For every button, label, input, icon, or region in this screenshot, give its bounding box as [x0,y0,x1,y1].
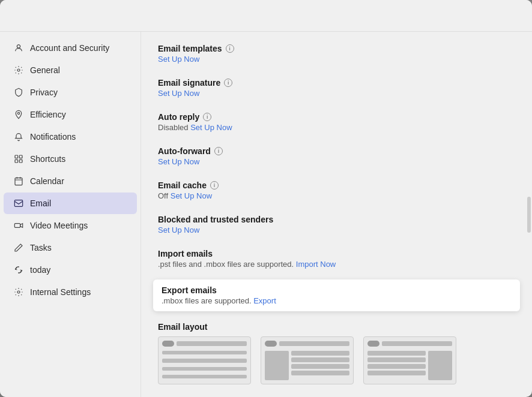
section-email-cache: Email cacheiOff Set Up Now [158,181,515,200]
svg-point-2 [17,112,19,114]
sidebar-item-label: Privacy [30,88,58,97]
pen-icon [13,242,24,253]
svg-point-0 [17,45,20,48]
layout-thumb-2[interactable] [363,336,456,384]
bell-icon [13,131,24,142]
modal-body: Account and SecurityGeneralPrivacyEffici… [0,32,532,397]
sidebar-item-label: General [30,65,60,75]
svg-rect-6 [19,160,22,163]
layout-thumb-0[interactable] [158,336,251,384]
section-blocked-trusted: Blocked and trusted sendersSet Up Now [158,215,515,234]
section-sub: .mbox files are supported. Export [162,296,512,305]
section-email-signature: Email signatureiSet Up Now [158,78,515,98]
section-title: Export emails [162,285,512,295]
section-sub: .pst files and .mbox files are supported… [158,260,515,269]
sidebar-item-tasks[interactable]: Tasks [4,237,137,258]
svg-rect-5 [15,160,18,163]
svg-rect-4 [19,155,22,158]
modal-header [0,0,532,32]
section-title: Email layout [158,322,515,332]
settings-modal: Account and SecurityGeneralPrivacyEffici… [0,0,532,397]
sidebar-item-label: Notifications [30,132,76,142]
sidebar-item-email[interactable]: Email [4,193,137,214]
svg-point-1 [17,69,20,71]
info-icon[interactable]: i [203,113,211,121]
section-sub: Set Up Now [158,157,515,166]
section-title: Email signaturei [158,78,515,88]
section-sub: Disabled Set Up Now [158,123,515,132]
info-icon[interactable]: i [226,44,234,53]
sidebar-item-account-security[interactable]: Account and Security [4,37,137,59]
info-icon[interactable]: i [224,79,232,87]
sidebar-item-efficiency[interactable]: Efficiency [4,104,137,125]
svg-rect-7 [15,178,22,185]
svg-rect-8 [14,200,22,207]
info-icon[interactable]: i [210,181,219,190]
sidebar-item-label: Internal Settings [30,287,91,297]
scrollbar[interactable] [527,197,531,233]
email-templates-link[interactable]: Set Up Now [158,55,199,64]
section-sub: Set Up Now [158,225,515,234]
section-title: Blocked and trusted senders [158,215,515,224]
layout-thumb-1[interactable] [261,336,354,384]
sidebar-item-notifications[interactable]: Notifications [4,126,137,148]
section-sub: Set Up Now [158,89,515,98]
email-cache-link[interactable]: Set Up Now [171,191,212,200]
email-signature-link[interactable]: Set Up Now [158,89,199,98]
loop-icon [13,264,24,275]
sidebar-item-today[interactable]: today [4,259,137,281]
export-emails-link[interactable]: Export [253,296,276,305]
section-auto-reply: Auto replyiDisabled Set Up Now [158,112,515,132]
blocked-trusted-link[interactable]: Set Up Now [158,225,199,234]
section-email-templates: Email templatesiSet Up Now [158,44,515,64]
auto-reply-link[interactable]: Set Up Now [190,123,232,132]
section-import-emails: Import emails.pst files and .mbox files … [158,249,515,269]
email-icon [13,198,24,209]
section-sub: Set Up Now [158,55,515,64]
sidebar-item-label: Account and Security [30,43,109,53]
section-title: Auto replyi [158,112,515,122]
sidebar-item-label: Tasks [30,243,52,252]
sidebar-item-shortcuts[interactable]: Shortcuts [4,148,137,170]
settings-icon [13,287,24,297]
calendar-icon [13,176,24,187]
shield-icon [13,87,24,98]
svg-rect-9 [14,224,20,228]
sidebar-item-video-meetings[interactable]: Video Meetings [4,215,137,236]
sidebar-item-label: Calendar [30,176,64,186]
sidebar-item-label: Shortcuts [30,154,65,164]
auto-forward-link[interactable]: Set Up Now [158,157,199,166]
import-emails-link[interactable]: Import Now [296,260,336,269]
sidebar-item-calendar[interactable]: Calendar [4,170,137,192]
section-title: Email templatesi [158,44,515,53]
svg-rect-3 [15,155,18,158]
sidebar-item-label: Video Meetings [30,221,88,230]
sidebar-item-label: Email [30,198,51,208]
section-title: Auto-forwardi [158,146,515,156]
section-auto-forward: Auto-forwardiSet Up Now [158,146,515,166]
section-title: Email cachei [158,181,515,190]
email-layout-row [158,336,515,384]
gear-icon [13,65,24,76]
sidebar: Account and SecurityGeneralPrivacyEffici… [0,32,141,397]
sidebar-item-label: Efficiency [30,110,66,119]
section-export-emails: Export emails.mbox files are supported. … [158,279,515,311]
section-email-layout: Email layout [158,322,515,384]
sidebar-item-privacy[interactable]: Privacy [4,82,137,103]
info-icon[interactable]: i [214,147,223,155]
grid-icon [13,154,24,164]
person-icon [13,43,24,53]
sidebar-item-label: today [30,265,50,275]
close-button[interactable] [506,10,520,24]
section-title: Import emails [158,249,515,258]
sidebar-item-general[interactable]: General [4,59,137,81]
section-sub: Off Set Up Now [158,191,515,200]
content-area: Email templatesiSet Up NowEmail signatur… [141,32,532,397]
sidebar-item-internal-settings[interactable]: Internal Settings [4,281,137,303]
location-icon [13,109,24,120]
svg-point-10 [17,291,20,293]
video-icon [13,220,24,231]
